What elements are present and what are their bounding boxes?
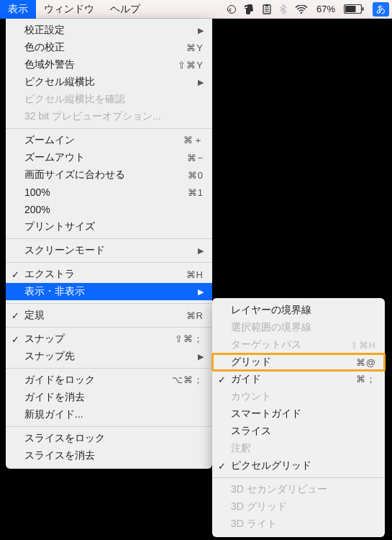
check-icon: ✓ xyxy=(12,310,19,321)
menu-item[interactable]: ✓エクストラ⌘H xyxy=(6,266,212,283)
submenu-arrow-icon: ▶ xyxy=(198,287,204,297)
submenu-item: 3D ライト xyxy=(212,516,385,533)
menu-item[interactable]: スナップ先▶ xyxy=(6,348,212,365)
menu-shortcut: ⌘Y xyxy=(186,42,204,53)
menu-item-label: 校正設定 xyxy=(24,24,204,37)
menu-item-label: スライスを消去 xyxy=(24,449,204,462)
submenu-item: 3D グリッド xyxy=(212,498,385,516)
menu-item-label: ターゲットパス xyxy=(231,338,350,351)
submenu-item[interactable]: スマートガイド xyxy=(212,405,385,423)
menu-item[interactable]: ガイドをロック⌥⌘； xyxy=(6,372,212,389)
battery-icon[interactable] xyxy=(344,4,364,14)
clipboard-icon[interactable] xyxy=(263,4,271,14)
submenu-item[interactable]: ✓ガイド⌘； xyxy=(212,371,385,388)
menu-shortcut: ⇧⌘H xyxy=(350,340,376,351)
check-icon: ✓ xyxy=(12,269,19,280)
menu-separator xyxy=(6,426,212,427)
timer-icon[interactable] xyxy=(227,5,236,14)
submenu-item[interactable]: レイヤーの境界線 xyxy=(212,302,385,319)
menu-item: 32 bit プレビューオプション... xyxy=(6,108,212,125)
menu-separator xyxy=(6,238,212,239)
submenu-arrow-icon: ▶ xyxy=(198,78,204,87)
battery-pct: 67% xyxy=(316,4,335,14)
submenu-item[interactable]: ✓ピクセルグリッド xyxy=(212,457,385,474)
menu-item[interactable]: 200% xyxy=(6,201,212,218)
menu-shortcut: ⌘0 xyxy=(188,170,204,181)
submenu-item[interactable]: スライス xyxy=(212,423,385,440)
menu-shortcut: ⌘R xyxy=(186,310,204,321)
menu-separator xyxy=(6,128,212,129)
menu-item-label: ガイド xyxy=(231,373,356,386)
menu-item-label: ガイドを消去 xyxy=(24,391,204,404)
menu-item[interactable]: スクリーンモード▶ xyxy=(6,242,212,259)
menu-item-label: 色の校正 xyxy=(24,41,186,54)
menu-item-label: 定規 xyxy=(24,309,186,322)
menu-item-label: 画面サイズに合わせる xyxy=(24,168,188,181)
submenu-item: ターゲットパス⇧⌘H xyxy=(212,336,385,354)
menu-item[interactable]: 色の校正⌘Y xyxy=(6,39,212,56)
menu-item-label: 32 bit プレビューオプション... xyxy=(24,110,204,123)
show-hide-submenu: レイヤーの境界線選択範囲の境界線ターゲットパス⇧⌘Hグリッド⌘@✓ガイド⌘；カウ… xyxy=(212,298,385,537)
menu-item[interactable]: 校正設定▶ xyxy=(6,22,212,39)
check-icon: ✓ xyxy=(218,374,226,385)
menu-item-label: ズームアウト xyxy=(24,151,187,164)
menu-item-label: ピクセルグリッド xyxy=(231,459,376,472)
menu-shortcut: ⇧⌘； xyxy=(175,333,204,346)
menu-shortcut: ⌘； xyxy=(356,373,376,386)
menu-item[interactable]: 新規ガイド... xyxy=(6,406,212,423)
menu-item[interactable]: ピクセル縦横比▶ xyxy=(6,73,212,91)
menu-item-label: 選択範囲の境界線 xyxy=(231,321,376,334)
wifi-icon[interactable] xyxy=(295,5,308,14)
menu-item[interactable]: ✓定規⌘R xyxy=(6,307,212,324)
menu-item[interactable]: ガイドを消去 xyxy=(6,389,212,406)
menu-item[interactable]: ✓スナップ⇧⌘； xyxy=(6,330,212,348)
ime-indicator[interactable]: あ xyxy=(373,2,389,17)
menu-item[interactable]: プリントサイズ xyxy=(6,218,212,235)
menu-separator xyxy=(6,327,212,328)
menu-item-label: ガイドをロック xyxy=(24,374,172,387)
submenu-arrow-icon: ▶ xyxy=(198,352,204,361)
menu-item-label: ピクセル縦横比を確認 xyxy=(24,93,204,106)
submenu-item: カウント xyxy=(212,388,385,405)
menu-item[interactable]: スライスを消去 xyxy=(6,447,212,464)
menu-separator xyxy=(212,477,385,478)
menu-item-label: ピクセル縦横比 xyxy=(24,76,204,89)
menu-item-label: ズームイン xyxy=(24,134,183,147)
svg-rect-8 xyxy=(363,7,364,11)
menu-item-label: スナップ先 xyxy=(24,350,204,363)
check-icon: ✓ xyxy=(218,461,226,472)
bluetooth-icon[interactable] xyxy=(280,4,286,14)
menu-shortcut: ⌘H xyxy=(186,269,204,280)
menu-shortcut: ⌘1 xyxy=(188,187,204,198)
menu-window[interactable]: ウィンドウ xyxy=(36,0,102,19)
check-icon: ✓ xyxy=(12,334,19,345)
evernote-icon[interactable] xyxy=(245,4,254,14)
menu-item[interactable]: 色域外警告⇧⌘Y xyxy=(6,56,212,73)
menu-separator xyxy=(6,262,212,263)
menubar: 表示 ウィンドウ ヘルプ 67% あ xyxy=(0,0,392,19)
svg-rect-1 xyxy=(265,4,268,6)
menu-view[interactable]: 表示 xyxy=(0,0,36,19)
menu-item-label: プリントサイズ xyxy=(24,220,204,233)
submenu-arrow-icon: ▶ xyxy=(198,246,204,256)
submenu-item: 注釈 xyxy=(212,440,385,457)
menu-item[interactable]: 100%⌘1 xyxy=(6,184,212,201)
submenu-item[interactable]: グリッド⌘@ xyxy=(212,354,385,371)
menu-item-label: 表示・非表示 xyxy=(24,285,204,298)
menu-item[interactable]: スライスをロック xyxy=(6,430,212,447)
menu-item-label: 3D セカンダリビュー xyxy=(231,483,376,496)
menu-item-label: スライス xyxy=(231,425,376,438)
menu-item-label: 3D グリッド xyxy=(231,500,376,513)
menu-item[interactable]: 画面サイズに合わせる⌘0 xyxy=(6,166,212,184)
menu-item[interactable]: ズームアウト⌘− xyxy=(6,149,212,166)
menu-separator xyxy=(6,303,212,304)
menu-help[interactable]: ヘルプ xyxy=(102,0,148,19)
menu-item[interactable]: 表示・非表示▶ xyxy=(6,283,212,300)
menu-item[interactable]: ズームイン⌘＋ xyxy=(6,132,212,149)
menu-item-label: カウント xyxy=(231,390,376,403)
menu-shortcut: ⌥⌘； xyxy=(172,374,204,387)
menu-item-label: エクストラ xyxy=(24,268,186,281)
menu-item-label: 注釈 xyxy=(231,442,376,455)
svg-point-5 xyxy=(301,12,303,13)
menu-item-label: スナップ xyxy=(24,333,175,346)
